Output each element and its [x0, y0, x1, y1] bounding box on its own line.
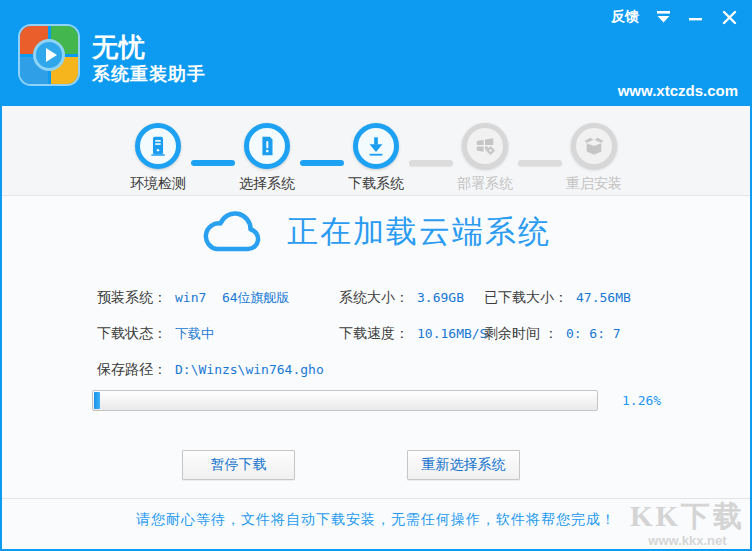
menu-dropdown-icon[interactable] — [654, 8, 672, 26]
app-window: 无忧 系统重装助手 反馈 www.xtczds.com 环境检测 — [0, 0, 752, 551]
step-download-system: 下载系统 — [344, 123, 409, 193]
progress-section: 1.26% — [92, 390, 661, 411]
main-panel: 正在加载云端系统 预装系统：win7 64位旗舰版 系统大小：3.69GB 已下… — [2, 196, 750, 549]
download-state: 下载状态：下载中 — [97, 323, 339, 344]
download-speed: 下载速度：10.16MB/S — [339, 323, 484, 344]
save-path-label: 保存路径： — [97, 361, 167, 377]
remaining-time-value: 0: 6: 7 — [566, 326, 621, 341]
downloaded-size: 已下载大小：47.56MB — [484, 287, 631, 308]
document-alert-icon — [244, 123, 290, 169]
titlebar-controls: 反馈 — [611, 7, 738, 27]
step-label: 重启安装 — [566, 175, 622, 193]
reselect-system-button[interactable]: 重新选择系统 — [407, 450, 520, 480]
step-select-system: 选择系统 — [235, 123, 300, 193]
app-subtitle: 系统重装助手 — [92, 62, 206, 86]
footer-notice: 请您耐心等待，文件将自动下载安装，无需任何操作，软件将帮您完成！ — [2, 511, 750, 529]
system-size-label: 系统大小： — [339, 289, 409, 305]
close-button[interactable] — [720, 8, 738, 26]
play-icon — [33, 39, 65, 71]
preinstalled-system-label: 预装系统： — [97, 289, 167, 305]
package-icon — [571, 123, 617, 169]
step-connector — [191, 160, 235, 166]
download-state-value: 下载中 — [175, 326, 214, 341]
remaining-time: 剩余时间 ：0: 6: 7 — [484, 323, 631, 344]
step-connector — [409, 160, 453, 166]
system-size: 系统大小：3.69GB — [339, 287, 484, 308]
download-state-label: 下载状态： — [97, 325, 167, 341]
download-speed-value: 10.16MB/S — [417, 326, 487, 341]
save-path: 保存路径：D:\Winzs\win764.gho — [97, 359, 339, 380]
minimize-button[interactable] — [687, 8, 705, 26]
step-label: 环境检测 — [130, 175, 186, 193]
download-speed-label: 下载速度： — [339, 325, 409, 341]
status-header: 正在加载云端系统 — [2, 209, 750, 255]
action-buttons: 暂停下载 重新选择系统 — [182, 450, 520, 480]
save-path-value: D:\Winzs\win764.gho — [175, 362, 324, 377]
cloud-icon — [201, 209, 265, 255]
downloaded-size-value: 47.56MB — [576, 290, 631, 305]
step-deploy-system: 部署系统 — [453, 123, 518, 193]
app-title: 无忧 — [92, 30, 146, 65]
preinstalled-system-value: win7 64位旗舰版 — [175, 290, 290, 305]
step-restart-install: 重启安装 — [562, 123, 627, 193]
watermark-url: www.kkx.net — [630, 534, 745, 547]
progress-bar — [92, 390, 598, 411]
feedback-button[interactable]: 反馈 — [611, 8, 639, 26]
step-label: 选择系统 — [239, 175, 295, 193]
pause-download-button[interactable]: 暂停下载 — [182, 450, 295, 480]
computer-icon — [135, 123, 181, 169]
step-label: 部署系统 — [457, 175, 513, 193]
step-connector — [300, 160, 344, 166]
download-icon — [353, 123, 399, 169]
loading-title: 正在加载云端系统 — [287, 211, 551, 253]
remaining-time-label: 剩余时间 ： — [484, 325, 558, 341]
system-size-value: 3.69GB — [417, 290, 464, 305]
step-env-check: 环境检测 — [126, 123, 191, 193]
step-label: 下载系统 — [348, 175, 404, 193]
website-link: www.xtczds.com — [618, 82, 738, 99]
preinstalled-system: 预装系统：win7 64位旗舰版 — [97, 287, 339, 308]
titlebar: 无忧 系统重装助手 反馈 www.xtczds.com — [2, 0, 750, 106]
step-connector — [518, 160, 562, 166]
windows-gear-icon — [462, 123, 508, 169]
steps-bar: 环境检测 选择系统 下载系统 部署系统 — [2, 106, 750, 196]
progress-fill — [94, 392, 100, 409]
download-info: 预装系统：win7 64位旗舰版 系统大小：3.69GB 已下载大小：47.56… — [97, 287, 631, 380]
downloaded-size-label: 已下载大小： — [484, 289, 568, 305]
progress-percent: 1.26% — [622, 393, 661, 408]
footer-divider — [2, 498, 750, 499]
